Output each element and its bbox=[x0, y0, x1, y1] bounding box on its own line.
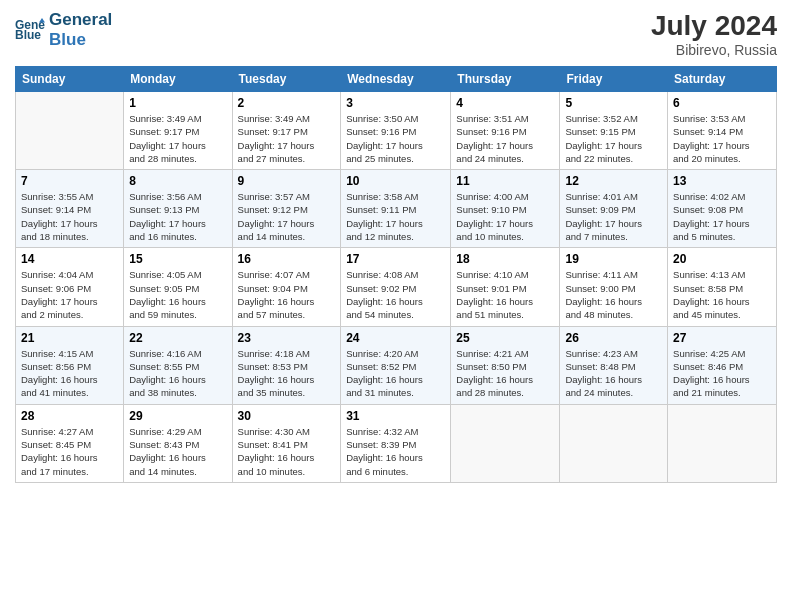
days-header-row: SundayMondayTuesdayWednesdayThursdayFrid… bbox=[16, 67, 777, 92]
day-number: 3 bbox=[346, 96, 445, 110]
day-info: Sunrise: 4:32 AM Sunset: 8:39 PM Dayligh… bbox=[346, 425, 445, 478]
day-info: Sunrise: 3:55 AM Sunset: 9:14 PM Dayligh… bbox=[21, 190, 118, 243]
day-info: Sunrise: 4:27 AM Sunset: 8:45 PM Dayligh… bbox=[21, 425, 118, 478]
day-cell: 18Sunrise: 4:10 AM Sunset: 9:01 PM Dayli… bbox=[451, 248, 560, 326]
day-number: 30 bbox=[238, 409, 336, 423]
day-number: 9 bbox=[238, 174, 336, 188]
day-cell bbox=[451, 404, 560, 482]
day-cell: 20Sunrise: 4:13 AM Sunset: 8:58 PM Dayli… bbox=[668, 248, 777, 326]
day-info: Sunrise: 4:23 AM Sunset: 8:48 PM Dayligh… bbox=[565, 347, 662, 400]
day-number: 28 bbox=[21, 409, 118, 423]
day-info: Sunrise: 3:49 AM Sunset: 9:17 PM Dayligh… bbox=[129, 112, 226, 165]
day-number: 25 bbox=[456, 331, 554, 345]
title-area: July 2024 Bibirevo, Russia bbox=[651, 10, 777, 58]
logo: General Blue General Blue bbox=[15, 10, 112, 49]
day-cell: 28Sunrise: 4:27 AM Sunset: 8:45 PM Dayli… bbox=[16, 404, 124, 482]
logo-blue: Blue bbox=[49, 30, 112, 50]
day-cell: 6Sunrise: 3:53 AM Sunset: 9:14 PM Daylig… bbox=[668, 92, 777, 170]
location-subtitle: Bibirevo, Russia bbox=[651, 42, 777, 58]
day-info: Sunrise: 3:52 AM Sunset: 9:15 PM Dayligh… bbox=[565, 112, 662, 165]
day-info: Sunrise: 4:05 AM Sunset: 9:05 PM Dayligh… bbox=[129, 268, 226, 321]
day-info: Sunrise: 4:30 AM Sunset: 8:41 PM Dayligh… bbox=[238, 425, 336, 478]
day-number: 14 bbox=[21, 252, 118, 266]
day-number: 23 bbox=[238, 331, 336, 345]
day-number: 2 bbox=[238, 96, 336, 110]
day-cell: 14Sunrise: 4:04 AM Sunset: 9:06 PM Dayli… bbox=[16, 248, 124, 326]
day-cell: 29Sunrise: 4:29 AM Sunset: 8:43 PM Dayli… bbox=[124, 404, 232, 482]
day-info: Sunrise: 4:13 AM Sunset: 8:58 PM Dayligh… bbox=[673, 268, 771, 321]
day-number: 20 bbox=[673, 252, 771, 266]
svg-text:Blue: Blue bbox=[15, 28, 41, 42]
day-cell: 23Sunrise: 4:18 AM Sunset: 8:53 PM Dayli… bbox=[232, 326, 341, 404]
day-cell: 24Sunrise: 4:20 AM Sunset: 8:52 PM Dayli… bbox=[341, 326, 451, 404]
day-info: Sunrise: 4:07 AM Sunset: 9:04 PM Dayligh… bbox=[238, 268, 336, 321]
day-info: Sunrise: 3:58 AM Sunset: 9:11 PM Dayligh… bbox=[346, 190, 445, 243]
week-row-1: 1Sunrise: 3:49 AM Sunset: 9:17 PM Daylig… bbox=[16, 92, 777, 170]
day-number: 6 bbox=[673, 96, 771, 110]
day-number: 7 bbox=[21, 174, 118, 188]
logo-icon: General Blue bbox=[15, 15, 45, 45]
day-cell: 3Sunrise: 3:50 AM Sunset: 9:16 PM Daylig… bbox=[341, 92, 451, 170]
day-info: Sunrise: 3:51 AM Sunset: 9:16 PM Dayligh… bbox=[456, 112, 554, 165]
calendar-table: SundayMondayTuesdayWednesdayThursdayFrid… bbox=[15, 66, 777, 483]
day-info: Sunrise: 3:50 AM Sunset: 9:16 PM Dayligh… bbox=[346, 112, 445, 165]
day-header-monday: Monday bbox=[124, 67, 232, 92]
day-cell: 21Sunrise: 4:15 AM Sunset: 8:56 PM Dayli… bbox=[16, 326, 124, 404]
day-cell: 30Sunrise: 4:30 AM Sunset: 8:41 PM Dayli… bbox=[232, 404, 341, 482]
week-row-3: 14Sunrise: 4:04 AM Sunset: 9:06 PM Dayli… bbox=[16, 248, 777, 326]
week-row-5: 28Sunrise: 4:27 AM Sunset: 8:45 PM Dayli… bbox=[16, 404, 777, 482]
month-year-title: July 2024 bbox=[651, 10, 777, 42]
day-cell: 13Sunrise: 4:02 AM Sunset: 9:08 PM Dayli… bbox=[668, 170, 777, 248]
day-info: Sunrise: 3:53 AM Sunset: 9:14 PM Dayligh… bbox=[673, 112, 771, 165]
day-header-tuesday: Tuesday bbox=[232, 67, 341, 92]
day-info: Sunrise: 4:16 AM Sunset: 8:55 PM Dayligh… bbox=[129, 347, 226, 400]
day-info: Sunrise: 4:00 AM Sunset: 9:10 PM Dayligh… bbox=[456, 190, 554, 243]
day-info: Sunrise: 3:49 AM Sunset: 9:17 PM Dayligh… bbox=[238, 112, 336, 165]
day-number: 24 bbox=[346, 331, 445, 345]
day-info: Sunrise: 4:01 AM Sunset: 9:09 PM Dayligh… bbox=[565, 190, 662, 243]
day-cell: 4Sunrise: 3:51 AM Sunset: 9:16 PM Daylig… bbox=[451, 92, 560, 170]
page-header: General Blue General Blue July 2024 Bibi… bbox=[15, 10, 777, 58]
day-cell: 17Sunrise: 4:08 AM Sunset: 9:02 PM Dayli… bbox=[341, 248, 451, 326]
day-number: 31 bbox=[346, 409, 445, 423]
day-cell: 16Sunrise: 4:07 AM Sunset: 9:04 PM Dayli… bbox=[232, 248, 341, 326]
day-info: Sunrise: 4:21 AM Sunset: 8:50 PM Dayligh… bbox=[456, 347, 554, 400]
day-info: Sunrise: 4:11 AM Sunset: 9:00 PM Dayligh… bbox=[565, 268, 662, 321]
day-number: 11 bbox=[456, 174, 554, 188]
day-header-thursday: Thursday bbox=[451, 67, 560, 92]
day-info: Sunrise: 3:57 AM Sunset: 9:12 PM Dayligh… bbox=[238, 190, 336, 243]
day-header-sunday: Sunday bbox=[16, 67, 124, 92]
day-number: 27 bbox=[673, 331, 771, 345]
day-cell: 25Sunrise: 4:21 AM Sunset: 8:50 PM Dayli… bbox=[451, 326, 560, 404]
day-header-friday: Friday bbox=[560, 67, 668, 92]
day-header-saturday: Saturday bbox=[668, 67, 777, 92]
calendar-page: General Blue General Blue July 2024 Bibi… bbox=[0, 0, 792, 612]
day-number: 21 bbox=[21, 331, 118, 345]
day-number: 8 bbox=[129, 174, 226, 188]
day-cell: 15Sunrise: 4:05 AM Sunset: 9:05 PM Dayli… bbox=[124, 248, 232, 326]
day-cell: 12Sunrise: 4:01 AM Sunset: 9:09 PM Dayli… bbox=[560, 170, 668, 248]
day-number: 13 bbox=[673, 174, 771, 188]
day-number: 1 bbox=[129, 96, 226, 110]
day-info: Sunrise: 4:15 AM Sunset: 8:56 PM Dayligh… bbox=[21, 347, 118, 400]
day-cell: 19Sunrise: 4:11 AM Sunset: 9:00 PM Dayli… bbox=[560, 248, 668, 326]
day-info: Sunrise: 4:29 AM Sunset: 8:43 PM Dayligh… bbox=[129, 425, 226, 478]
day-info: Sunrise: 4:08 AM Sunset: 9:02 PM Dayligh… bbox=[346, 268, 445, 321]
day-cell: 8Sunrise: 3:56 AM Sunset: 9:13 PM Daylig… bbox=[124, 170, 232, 248]
day-number: 10 bbox=[346, 174, 445, 188]
day-number: 4 bbox=[456, 96, 554, 110]
day-cell: 27Sunrise: 4:25 AM Sunset: 8:46 PM Dayli… bbox=[668, 326, 777, 404]
day-cell: 2Sunrise: 3:49 AM Sunset: 9:17 PM Daylig… bbox=[232, 92, 341, 170]
day-info: Sunrise: 4:10 AM Sunset: 9:01 PM Dayligh… bbox=[456, 268, 554, 321]
day-cell bbox=[668, 404, 777, 482]
week-row-4: 21Sunrise: 4:15 AM Sunset: 8:56 PM Dayli… bbox=[16, 326, 777, 404]
day-info: Sunrise: 4:18 AM Sunset: 8:53 PM Dayligh… bbox=[238, 347, 336, 400]
day-number: 16 bbox=[238, 252, 336, 266]
day-cell: 1Sunrise: 3:49 AM Sunset: 9:17 PM Daylig… bbox=[124, 92, 232, 170]
day-cell: 26Sunrise: 4:23 AM Sunset: 8:48 PM Dayli… bbox=[560, 326, 668, 404]
day-number: 17 bbox=[346, 252, 445, 266]
day-info: Sunrise: 4:02 AM Sunset: 9:08 PM Dayligh… bbox=[673, 190, 771, 243]
day-number: 22 bbox=[129, 331, 226, 345]
day-number: 18 bbox=[456, 252, 554, 266]
day-info: Sunrise: 3:56 AM Sunset: 9:13 PM Dayligh… bbox=[129, 190, 226, 243]
